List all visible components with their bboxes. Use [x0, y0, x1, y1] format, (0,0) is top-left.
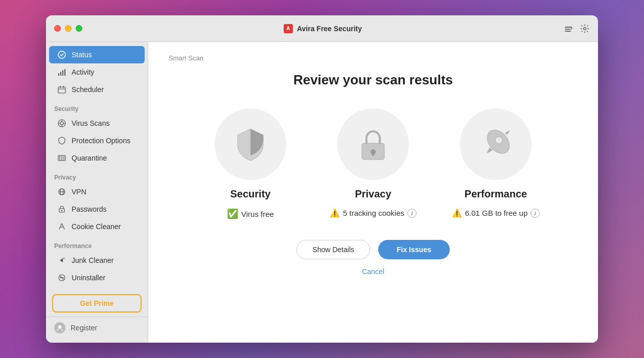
sidebar-item-passwords-label: Passwords	[72, 205, 106, 213]
app-title: Avira Free Security	[297, 25, 362, 33]
sidebar-item-passwords[interactable]: Passwords	[49, 200, 145, 218]
titlebar-actions	[563, 24, 590, 34]
junk-cleaner-icon	[57, 256, 66, 265]
page-title: Review your scan results	[169, 72, 578, 88]
sidebar-item-junk-cleaner-label: Junk Cleaner	[72, 256, 114, 264]
svg-rect-6	[60, 72, 61, 76]
scan-results-cards: Security ✅ Virus free	[169, 108, 578, 219]
register-label: Register	[71, 324, 97, 332]
sidebar-item-quarantine-label: Quarantine	[72, 154, 107, 162]
sidebar-item-virus-scans[interactable]: Virus Scans	[49, 115, 145, 132]
activity-icon	[57, 68, 66, 77]
content-area: Smart Scan Review your scan results Secu…	[148, 42, 598, 343]
performance-card: Performance ⚠️ 6.01 GB to free up i	[445, 108, 547, 219]
svg-rect-8	[64, 69, 65, 76]
section-privacy-label: Privacy	[46, 169, 148, 183]
sidebar-item-quarantine[interactable]: Quarantine	[49, 149, 145, 167]
main-layout: Status Activity	[46, 42, 598, 343]
sidebar-item-vpn[interactable]: VPN	[49, 183, 145, 200]
performance-warning-icon: ⚠️	[452, 208, 462, 218]
svg-point-27	[61, 210, 62, 211]
performance-card-status: ⚠️ 6.01 GB to free up i	[452, 208, 540, 218]
section-security-label: Security	[46, 100, 148, 115]
performance-card-icon-circle	[460, 108, 532, 180]
performance-card-label: Performance	[465, 188, 527, 200]
sidebar-item-junk-cleaner[interactable]: Junk Cleaner	[49, 252, 145, 269]
sidebar-item-status[interactable]: Status	[49, 46, 145, 63]
sidebar-item-vpn-label: VPN	[72, 188, 86, 196]
sidebar-item-virus-scans-label: Virus Scans	[72, 119, 109, 127]
sidebar-item-activity[interactable]: Activity	[49, 63, 145, 81]
sidebar-item-status-label: Status	[72, 51, 92, 59]
action-buttons-row: Show Details Fix Issues	[169, 240, 578, 259]
svg-point-33	[58, 325, 61, 328]
security-check-icon: ✅	[227, 208, 238, 219]
svg-rect-36	[372, 152, 374, 156]
register-avatar-icon	[54, 322, 65, 333]
fix-issues-button[interactable]: Fix Issues	[378, 240, 450, 259]
svg-rect-2	[565, 31, 571, 32]
scheduler-icon	[57, 85, 66, 94]
sidebar-item-uninstaller-label: Uninstaller	[72, 274, 105, 282]
status-icon	[57, 50, 66, 59]
sidebar-item-cookie-cleaner[interactable]: Cookie Cleaner	[49, 218, 145, 235]
security-card: Security ✅ Virus free	[199, 108, 302, 219]
traffic-lights	[54, 25, 82, 32]
privacy-card-label: Privacy	[355, 188, 391, 200]
security-card-icon-circle	[215, 108, 286, 180]
privacy-card: Privacy ⚠️ 5 tracking cookies i	[322, 108, 424, 219]
privacy-warning-icon: ⚠️	[330, 208, 340, 218]
sidebar-item-protection-options[interactable]: Protection Options	[49, 132, 145, 149]
get-prime-button[interactable]: Get Prime	[52, 294, 142, 312]
expand-icon[interactable]	[563, 24, 573, 34]
avira-logo-icon: A	[284, 24, 293, 33]
security-status-text: Virus free	[241, 210, 274, 218]
privacy-card-icon-circle	[337, 108, 409, 180]
section-performance-label: Performance	[46, 237, 148, 252]
sidebar-item-protection-options-label: Protection Options	[72, 137, 130, 145]
uninstaller-icon	[57, 273, 66, 282]
security-card-label: Security	[231, 188, 271, 200]
sidebar-item-scheduler-label: Scheduler	[72, 85, 104, 94]
show-details-button[interactable]: Show Details	[296, 240, 370, 259]
svg-point-38	[495, 137, 502, 144]
sidebar-item-cookie-cleaner-label: Cookie Cleaner	[72, 222, 121, 231]
close-button[interactable]	[54, 25, 61, 32]
protection-options-icon	[57, 136, 66, 145]
privacy-info-icon[interactable]: i	[407, 209, 417, 218]
passwords-icon	[57, 205, 66, 214]
titlebar: A Avira Free Security	[46, 15, 598, 42]
security-card-status: ✅ Virus free	[227, 208, 274, 219]
minimize-button[interactable]	[65, 25, 72, 32]
performance-info-icon[interactable]: i	[531, 209, 540, 218]
sidebar-item-uninstaller[interactable]: Uninstaller	[49, 269, 145, 286]
svg-rect-1	[565, 29, 570, 30]
cancel-link[interactable]: Cancel	[169, 267, 578, 276]
svg-point-3	[583, 27, 586, 30]
app-window: A Avira Free Security	[46, 15, 598, 343]
privacy-card-status: ⚠️ 5 tracking cookies i	[330, 208, 417, 218]
breadcrumb: Smart Scan	[169, 54, 578, 62]
svg-point-14	[60, 122, 63, 125]
performance-status-text: 6.01 GB to free up	[465, 209, 528, 217]
svg-rect-9	[58, 87, 65, 93]
privacy-status-text: 5 tracking cookies	[343, 209, 404, 217]
titlebar-center: A Avira Free Security	[284, 24, 362, 33]
maximize-button[interactable]	[76, 25, 82, 32]
settings-icon[interactable]	[580, 24, 590, 34]
svg-point-29	[63, 257, 65, 259]
sidebar-item-activity-label: Activity	[72, 68, 94, 76]
cookie-cleaner-icon	[57, 222, 66, 231]
virus-scans-icon	[57, 119, 66, 128]
vpn-icon	[57, 187, 66, 196]
svg-rect-7	[62, 70, 63, 76]
sidebar: Status Activity	[46, 42, 148, 343]
sidebar-item-scheduler[interactable]: Scheduler	[49, 81, 145, 98]
quarantine-icon	[57, 153, 66, 163]
svg-rect-5	[58, 73, 59, 76]
register-item[interactable]: Register	[46, 317, 148, 339]
